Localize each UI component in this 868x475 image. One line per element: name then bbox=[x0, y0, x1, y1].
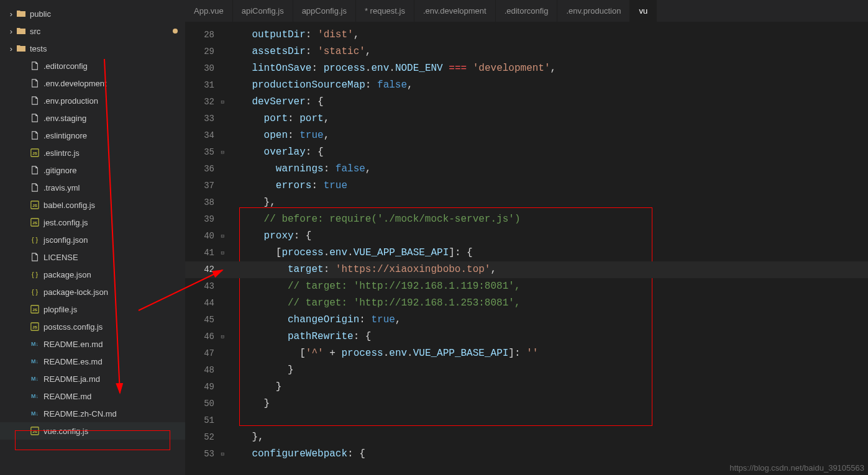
line-number: 44 bbox=[185, 295, 226, 312]
file-icon bbox=[30, 96, 40, 106]
file--eslintrc-js[interactable]: JS.eslintrc.js bbox=[0, 144, 185, 161]
code-line[interactable] bbox=[226, 412, 868, 429]
fold-marker-icon[interactable]: ⊟ bbox=[221, 245, 224, 261]
file-README-ja-md[interactable]: M↓README.ja.md bbox=[0, 370, 185, 387]
json-file-icon: { } bbox=[30, 235, 40, 245]
code-line[interactable]: errors: true bbox=[226, 178, 868, 194]
svg-text:{ }: { } bbox=[32, 271, 38, 278]
tab-apiConfig-js[interactable]: apiConfig.js bbox=[233, 0, 293, 22]
file--env-staging[interactable]: .env.staging bbox=[0, 109, 185, 127]
code-line[interactable]: configureWebpack: { bbox=[226, 446, 868, 463]
tab-appConfig-js[interactable]: appConfig.js bbox=[293, 0, 356, 22]
file-postcss-config-js[interactable]: JSpostcss.config.js bbox=[0, 318, 185, 335]
file-label: .gitignore bbox=[43, 166, 185, 175]
editor-area: App.vueapiConfig.jsappConfig.js* request… bbox=[185, 0, 868, 475]
code-line[interactable]: assetsDir: 'static', bbox=[226, 43, 868, 60]
file--travis-yml[interactable]: .travis.yml bbox=[0, 179, 185, 196]
fold-marker-icon[interactable]: ⊟ bbox=[221, 228, 224, 245]
code-line[interactable]: // target: 'http://192.168.1.253:8081', bbox=[226, 295, 868, 312]
code-line[interactable]: lintOnSave: process.env.NODE_ENV === 'de… bbox=[226, 60, 868, 77]
js-file-icon: JS bbox=[30, 304, 40, 314]
file--gitignore[interactable]: .gitignore bbox=[0, 161, 185, 179]
file-label: jest.config.js bbox=[43, 218, 185, 227]
file-explorer[interactable]: ›public›src›tests.editorconfig.env.devel… bbox=[0, 0, 185, 475]
folder-src[interactable]: ›src bbox=[0, 22, 185, 40]
svg-text:JS: JS bbox=[32, 151, 37, 155]
code-line[interactable]: // before: require('./mock/mock-server.j… bbox=[226, 211, 868, 228]
file-README-md[interactable]: M↓README.md bbox=[0, 387, 185, 405]
code-line[interactable]: ['^' + process.env.VUE_APP_BASE_API]: '' bbox=[226, 345, 868, 362]
file-vue-config-js[interactable]: JSvue.config.js bbox=[0, 422, 185, 440]
file-label: postcss.config.js bbox=[43, 322, 185, 332]
code-line[interactable]: devServer: { bbox=[226, 94, 868, 111]
md-file-icon: M↓ bbox=[30, 374, 40, 384]
file-README-zh-CN-md[interactable]: M↓README.zh-CN.md bbox=[0, 405, 185, 422]
tab--env-development[interactable]: .env.development bbox=[414, 0, 496, 22]
file--eslintignore[interactable]: .eslintignore bbox=[0, 127, 185, 144]
fold-marker-icon[interactable]: ⊟ bbox=[221, 144, 224, 161]
code-line[interactable]: outputDir: 'dist', bbox=[226, 27, 868, 43]
tab-App-vue[interactable]: App.vue bbox=[185, 0, 233, 22]
editor-tabs[interactable]: App.vueapiConfig.jsappConfig.js* request… bbox=[185, 0, 868, 22]
line-number: 45 bbox=[185, 312, 226, 328]
svg-text:JS: JS bbox=[32, 203, 37, 207]
line-number: 49 bbox=[185, 379, 226, 396]
file-plopfile-js[interactable]: JSplopfile.js bbox=[0, 301, 185, 318]
code-line[interactable]: overlay: { bbox=[226, 144, 868, 161]
file-LICENSE[interactable]: LICENSE bbox=[0, 248, 185, 266]
file-package-lock-json[interactable]: { }package-lock.json bbox=[0, 283, 185, 301]
line-number: 51 bbox=[185, 412, 226, 429]
code-line[interactable]: // target: 'http://192.168.1.119:8081', bbox=[226, 278, 868, 295]
code-line[interactable]: proxy: { bbox=[226, 228, 868, 245]
fold-marker-icon[interactable]: ⊟ bbox=[221, 328, 224, 345]
md-file-icon: M↓ bbox=[30, 339, 40, 349]
line-number: 37 bbox=[185, 178, 226, 194]
line-number: 47 bbox=[185, 345, 226, 362]
code-line[interactable]: } bbox=[226, 396, 868, 412]
code-line[interactable]: } bbox=[226, 362, 868, 379]
code-area[interactable]: outputDir: 'dist', assetsDir: 'static', … bbox=[226, 22, 868, 475]
tab--env-production[interactable]: .env.production bbox=[557, 0, 630, 22]
code-line[interactable]: }, bbox=[226, 429, 868, 446]
folder-public[interactable]: ›public bbox=[0, 5, 185, 22]
code-line[interactable]: [process.env.VUE_APP_BASE_API]: { bbox=[226, 245, 868, 261]
code-line[interactable]: port: port, bbox=[226, 111, 868, 127]
file--env-production[interactable]: .env.production bbox=[0, 92, 185, 109]
file-label: package.json bbox=[43, 270, 185, 279]
file-README-en-md[interactable]: M↓README.en.md bbox=[0, 335, 185, 353]
line-number: 28 bbox=[185, 27, 226, 43]
code-line[interactable]: productionSourceMap: false, bbox=[226, 77, 868, 94]
folder-tests[interactable]: ›tests bbox=[0, 40, 185, 57]
file-label: babel.config.js bbox=[43, 201, 185, 210]
line-gutter: 2829303132⊟333435⊟3637383940⊟41⊟42434445… bbox=[185, 22, 226, 475]
file--env-development[interactable]: .env.development bbox=[0, 75, 185, 92]
file-jsconfig-json[interactable]: { }jsconfig.json bbox=[0, 231, 185, 248]
line-number: 29 bbox=[185, 43, 226, 60]
md-file-icon: M↓ bbox=[30, 356, 40, 366]
file-label: .eslintrc.js bbox=[43, 148, 185, 158]
file-label: package-lock.json bbox=[43, 287, 185, 297]
code-line[interactable]: }, bbox=[226, 194, 868, 211]
folder-icon bbox=[16, 9, 26, 19]
line-number: 30 bbox=[185, 60, 226, 77]
tab-vu[interactable]: vu bbox=[630, 0, 657, 22]
code-line[interactable]: open: true, bbox=[226, 127, 868, 144]
code-line[interactable]: pathRewrite: { bbox=[226, 328, 868, 345]
fold-marker-icon[interactable]: ⊟ bbox=[221, 446, 224, 463]
file-jest-config-js[interactable]: JSjest.config.js bbox=[0, 214, 185, 231]
file-babel-config-js[interactable]: JSbabel.config.js bbox=[0, 196, 185, 214]
fold-marker-icon[interactable]: ⊟ bbox=[221, 94, 224, 111]
folder-icon bbox=[16, 43, 26, 53]
code-line[interactable]: warnings: false, bbox=[226, 161, 868, 178]
file-package-json[interactable]: { }package.json bbox=[0, 266, 185, 283]
tab---request-js[interactable]: * request.js bbox=[356, 0, 414, 22]
file--editorconfig[interactable]: .editorconfig bbox=[0, 57, 185, 75]
code-line[interactable]: changeOrigin: true, bbox=[226, 312, 868, 328]
file-label: README.ja.md bbox=[43, 374, 185, 384]
file-label: plopfile.js bbox=[43, 305, 185, 314]
js-file-icon: JS bbox=[30, 148, 40, 158]
watermark: https://blog.csdn.net/baidu_39105563 bbox=[729, 463, 864, 473]
code-line[interactable]: } bbox=[226, 379, 868, 396]
tab--editorconfig[interactable]: .editorconfig bbox=[496, 0, 558, 22]
file-README-es-md[interactable]: M↓README.es.md bbox=[0, 353, 185, 370]
